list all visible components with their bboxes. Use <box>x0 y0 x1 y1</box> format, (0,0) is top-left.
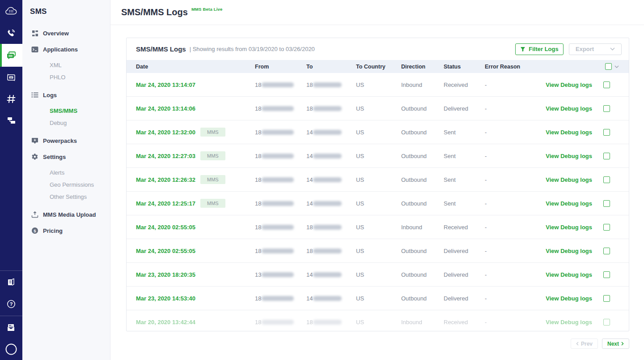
rail-item-help-question-icon[interactable]: ? <box>0 293 22 315</box>
sidebar-subitem-sms-mms[interactable]: SMS/MMS <box>29 105 110 117</box>
error-reason-cell: - <box>485 248 534 254</box>
sidebar-subitem-phlo[interactable]: PHLO <box>29 71 110 83</box>
status-cell: Received <box>444 319 485 326</box>
log-date: Mar 24, 2020 13:14:06 <box>136 105 195 112</box>
from-number-cell: 18 <box>255 81 306 88</box>
sidebar-item-pricing[interactable]: $ Pricing <box>29 227 110 234</box>
dollar-icon: $ <box>31 227 38 234</box>
column-header-from: From <box>255 64 306 70</box>
select-all-checkbox[interactable] <box>605 63 612 70</box>
log-date-cell: Mar 24, 2020 02:55:05 <box>136 248 255 254</box>
rail-item-voice-phone-icon[interactable] <box>0 22 22 44</box>
row-checkbox[interactable] <box>603 319 610 326</box>
row-checkbox-cell <box>592 105 619 112</box>
row-checkbox[interactable] <box>603 81 610 88</box>
log-date: Mar 24, 2020 13:14:07 <box>136 81 195 88</box>
terminal-icon <box>31 46 38 53</box>
redacted-to-number <box>313 249 342 253</box>
direction-cell: Outbound <box>401 153 444 159</box>
redacted-from-number <box>262 177 294 182</box>
table-body: Mar 24, 2020 13:14:07 18 18 US Inbound R… <box>127 73 629 331</box>
header-chevron-down-icon[interactable] <box>614 65 619 68</box>
sidebar-subitem-xml[interactable]: XML <box>29 59 110 71</box>
rail-divider <box>0 316 22 316</box>
view-debug-logs-link[interactable]: View Debug logs <box>534 129 592 136</box>
row-checkbox[interactable] <box>603 153 610 159</box>
table-row: Mar 23, 2020 14:53:40 18 14 US Outbound … <box>127 287 629 310</box>
table-row: Mar 24, 2020 02:55:05 18 18 US Inbound R… <box>127 215 629 239</box>
redacted-to-number <box>313 177 342 182</box>
rail-item-messaging-chat-icon[interactable] <box>0 44 22 67</box>
to-number-cell: 18 <box>306 224 356 231</box>
powerpack-icon <box>31 137 38 144</box>
rail-item-phlo-nodes-icon[interactable] <box>0 110 22 131</box>
row-checkbox[interactable] <box>603 200 610 207</box>
direction-cell: Outbound <box>401 248 444 254</box>
row-checkbox[interactable] <box>603 105 610 112</box>
view-debug-logs-link[interactable]: View Debug logs <box>534 319 592 326</box>
row-checkbox[interactable] <box>603 176 610 183</box>
log-date-cell: Mar 24, 2020 13:14:06 <box>136 105 255 112</box>
row-checkbox[interactable] <box>603 248 610 254</box>
to-country-cell: US <box>356 129 401 136</box>
error-reason-cell: - <box>485 129 534 136</box>
prev-page-button[interactable]: Prev <box>571 339 598 349</box>
redacted-to-number <box>313 130 342 135</box>
view-debug-logs-link[interactable]: View Debug logs <box>534 295 592 302</box>
redacted-from-number <box>262 201 294 206</box>
log-date: Mar 24, 2020 12:27:03 <box>136 153 195 159</box>
chevron-left-icon <box>576 342 579 346</box>
table-row: Mar 24, 2020 12:32:00 MMS 18 14 US Outbo… <box>127 120 629 144</box>
column-header-error-reason: Error Reason <box>485 64 534 70</box>
redacted-from-number <box>262 130 294 135</box>
chevron-right-icon <box>621 342 624 346</box>
view-debug-logs-link[interactable]: View Debug logs <box>534 105 592 112</box>
filter-logs-button[interactable]: Filter Logs <box>515 43 564 55</box>
view-debug-logs-link[interactable]: View Debug logs <box>534 81 592 88</box>
status-cell: Delivered <box>444 105 485 112</box>
view-debug-logs-link[interactable]: View Debug logs <box>534 153 592 159</box>
direction-cell: Inbound <box>401 81 444 88</box>
mms-badge: MMS <box>200 175 225 184</box>
rail-item-plivo-logo-icon[interactable] <box>0 0 22 22</box>
sidebar-subitem-other-settings[interactable]: Other Settings <box>29 191 110 203</box>
rail-item-zentrunk-sip-icon[interactable]: SIP <box>0 67 22 88</box>
sidebar-item-overview[interactable]: Overview <box>29 30 110 37</box>
redacted-to-number <box>313 106 342 111</box>
sidebar-item-applications[interactable]: Applications <box>29 46 110 53</box>
sidebar-subitem-debug[interactable]: Debug <box>29 117 110 129</box>
view-debug-logs-link[interactable]: View Debug logs <box>534 224 592 231</box>
redacted-from-number <box>262 296 294 301</box>
next-page-button[interactable]: Next <box>602 339 629 349</box>
sidebar-item-mms-media-upload[interactable]: MMS Media Upload <box>29 211 110 218</box>
rail-item-feedback-envelope-icon[interactable] <box>0 317 22 339</box>
rail-item-account-avatar-icon[interactable] <box>0 339 22 360</box>
status-cell: Sent <box>444 129 485 136</box>
view-debug-logs-link[interactable]: View Debug logs <box>534 271 592 278</box>
status-cell: Delivered <box>444 295 485 302</box>
from-number-cell: 13 <box>255 271 306 278</box>
redacted-from-number <box>262 320 294 325</box>
row-checkbox[interactable] <box>603 224 610 231</box>
direction-cell: Outbound <box>401 105 444 112</box>
sidebar-subitem-alerts[interactable]: Alerts <box>29 167 110 179</box>
row-checkbox[interactable] <box>603 129 610 136</box>
table-row: Mar 24, 2020 12:26:32 MMS 18 14 US Outbo… <box>127 168 629 192</box>
row-checkbox-cell <box>592 200 619 207</box>
view-debug-logs-link[interactable]: View Debug logs <box>534 176 592 183</box>
sidebar-item-logs[interactable]: Logs <box>29 91 110 99</box>
sidebar-item-powerpacks[interactable]: Powerpacks <box>29 137 110 144</box>
row-checkbox[interactable] <box>603 271 610 278</box>
upload-icon <box>31 211 38 218</box>
sidebar-item-settings[interactable]: Settings <box>29 153 110 160</box>
rail-item-phone-numbers-hash-icon[interactable] <box>0 88 22 110</box>
view-debug-logs-link[interactable]: View Debug logs <box>534 248 592 254</box>
log-date: Mar 24, 2020 12:32:00 <box>136 129 195 136</box>
log-date-cell: Mar 24, 2020 13:14:07 <box>136 81 255 88</box>
plivo-logo-icon <box>5 7 17 16</box>
sidebar-subitem-geo-permissions[interactable]: Geo Permissions <box>29 179 110 191</box>
view-debug-logs-link[interactable]: View Debug logs <box>534 200 592 207</box>
export-button[interactable]: Export <box>569 43 622 55</box>
row-checkbox[interactable] <box>603 295 610 302</box>
rail-item-docs-book-icon[interactable] <box>0 272 22 293</box>
